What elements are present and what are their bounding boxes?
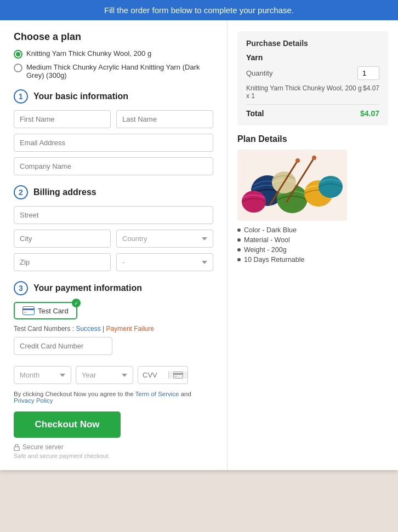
terms-of-service-link[interactable]: Term of Service [135,391,179,397]
svg-rect-5 [174,376,177,377]
quantity-row: Quantity [246,66,379,80]
checkout-button[interactable]: Checkout Now [14,411,121,438]
svg-rect-1 [22,308,35,310]
step1-label: Your basic information [33,91,128,101]
feature-2: Material - Wool [244,236,290,244]
terms-text: By clicking Checkout Now you agree to th… [14,391,213,404]
check-badge-icon [72,299,81,307]
feature-4: 10 Days Returnable [244,256,304,264]
svg-rect-3 [173,371,183,378]
success-link[interactable]: Success [76,325,100,333]
credit-card-input[interactable] [14,337,112,355]
list-item: Material - Wool [237,236,388,244]
plan-details-title: Plan Details [237,134,388,144]
cvv-card-icon [168,371,187,379]
step3-header: 3 Your payment information [14,281,213,295]
lock-icon [14,444,20,451]
yarn-label: Yarn [246,53,379,62]
list-item: Color - Dark Blue [237,226,388,234]
bullet-icon [237,248,241,251]
svg-point-13 [319,176,343,198]
product-price: $4.07 [363,84,379,100]
plan-features-list: Color - Dark Blue Material - Wool Weight… [237,226,388,264]
plan-option-1-label: Knitting Yarn Thick Chunky Wool, 200 g [26,49,151,58]
card-expiry-row: Month Year [14,366,213,384]
svg-rect-4 [173,373,183,374]
test-card-numbers: Test Card Numbers : Success | Payment Fa… [14,325,213,333]
svg-point-15 [295,158,300,163]
step1-header: 1 Your basic information [14,89,213,104]
product-row: Knitting Yarn Thick Chunky Wool, 200 g x… [246,84,379,100]
cc-number-row [14,337,213,361]
step1-circle: 1 [14,89,28,104]
country-select[interactable]: Country [116,230,213,248]
product-name: Knitting Yarn Thick Chunky Wool, 200 g x… [246,84,363,100]
plan-radio-selected-icon [14,50,22,59]
top-banner: Fill the order form below to complete yo… [0,0,398,20]
privacy-policy-link[interactable]: Privacy Policy [14,397,53,404]
choose-plan-title: Choose a plan [14,31,213,43]
bullet-icon [237,228,241,232]
yarn-visual-svg [237,150,347,221]
city-input[interactable] [14,230,111,248]
company-row [14,157,213,175]
plan-option-1[interactable]: Knitting Yarn Thick Chunky Wool, 200 g [14,49,213,59]
left-panel: Choose a plan Knitting Yarn Thick Chunky… [0,20,228,470]
quantity-label: Quantity [246,69,272,77]
list-item: 10 Days Returnable [237,256,388,264]
last-name-input[interactable] [116,110,213,128]
purchase-details-title: Purchase Details [246,39,379,48]
cvv-wrapper [138,366,188,384]
secure-server: Secure server [14,443,213,451]
main-content: Choose a plan Knitting Yarn Thick Chunky… [0,20,398,470]
credit-card-icon [22,306,35,315]
first-name-input[interactable] [14,110,111,128]
step3-label: Your payment information [33,283,142,293]
plan-option-2[interactable]: Medium Thick Chunky Acrylic Hand Knittin… [14,63,213,79]
list-item: Weight - 200g [237,246,388,254]
right-panel: Purchase Details Yarn Quantity Knitting … [228,20,398,470]
email-row [14,134,213,152]
quantity-input[interactable] [357,66,379,80]
safe-text: Safe and secure payment checkout. [14,453,213,459]
total-row: Total $4.07 [246,104,379,118]
banner-text: Fill the order form below to complete yo… [104,5,294,15]
name-row [14,110,213,128]
zip-state-row: - [14,253,213,271]
step2-label: Billing address [33,187,96,197]
failure-link[interactable]: Payment Failure [106,325,154,333]
company-input[interactable] [14,157,213,175]
step2-header: 2 Billing address [14,185,213,199]
year-select[interactable]: Year [76,366,133,384]
step3-circle: 3 [14,281,28,295]
svg-rect-6 [14,447,19,450]
city-country-row: Country [14,230,213,248]
feature-1: Color - Dark Blue [244,226,297,234]
svg-rect-0 [23,307,35,315]
plan-radio-unselected-icon [14,64,22,72]
month-select[interactable]: Month [14,366,71,384]
zip-input[interactable] [14,253,111,271]
svg-rect-2 [24,312,27,313]
street-input[interactable] [14,206,213,224]
state-select[interactable]: - [116,253,213,271]
bullet-icon [237,238,241,242]
step2-circle: 2 [14,185,28,199]
secure-server-text: Secure server [22,443,64,451]
email-input[interactable] [14,134,213,152]
test-card-button[interactable]: Test Card [14,302,77,319]
svg-point-17 [312,156,316,160]
svg-point-9 [242,191,266,213]
test-card-label: Test Card [38,307,69,315]
plan-option-2-label: Medium Thick Chunky Acrylic Hand Knittin… [26,63,213,79]
total-label: Total [246,109,264,118]
feature-3: Weight - 200g [244,246,287,254]
total-price: $4.07 [360,109,379,118]
purchase-details-box: Purchase Details Yarn Quantity Knitting … [237,31,388,125]
page-wrapper: Fill the order form below to complete yo… [0,0,398,470]
street-row [14,206,213,224]
cvv-input[interactable] [138,367,168,384]
bullet-icon [237,258,241,261]
yarn-image [237,150,347,221]
